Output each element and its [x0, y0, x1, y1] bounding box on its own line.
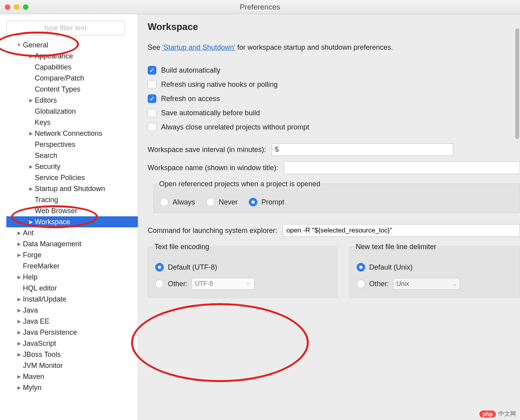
refresh-native-row[interactable]: Refresh using native hooks or polling — [148, 80, 520, 89]
disclosure-right-icon[interactable]: ▶ — [16, 382, 22, 393]
tree-item-label: Java — [23, 305, 38, 316]
open-ref-prompt-label: Prompt — [261, 198, 284, 206]
save-before-build-label: Save automatically before build — [161, 109, 260, 117]
tree-item[interactable]: ▶Compare/Patch — [6, 73, 130, 84]
refresh-access-label: Refresh on access — [161, 95, 220, 103]
tree-item[interactable]: ▶Java Persistence — [6, 327, 130, 338]
open-referenced-title: Open referenced projects when a project … — [159, 179, 320, 188]
tree-item[interactable]: ▶Perspectives — [6, 139, 130, 150]
open-ref-always-radio[interactable] — [160, 198, 169, 206]
close-window-icon[interactable] — [5, 4, 10, 10]
disclosure-right-icon[interactable]: ▶ — [16, 272, 22, 283]
tree-item[interactable]: ▶Security — [6, 161, 130, 172]
delim-other-radio[interactable] — [357, 279, 365, 288]
tree-item[interactable]: ▶Workspace — [6, 216, 138, 227]
tree-item[interactable]: ▶Java — [6, 305, 130, 316]
explorer-cmd-input[interactable] — [283, 224, 520, 237]
tree-item[interactable]: ▶JavaScript — [6, 338, 130, 349]
encoding-default[interactable]: Default (UTF-8) — [155, 263, 330, 272]
refresh-access-row[interactable]: Refresh on access — [148, 94, 520, 103]
startup-shutdown-link[interactable]: 'Startup and Shutdown' — [162, 43, 235, 51]
encoding-other[interactable]: Other: UTF-8 ﹀ — [155, 278, 330, 290]
tree-item[interactable]: ▶Network Connections — [6, 128, 130, 139]
tree-item[interactable]: ▶Capabilities — [6, 62, 130, 73]
encoding-default-radio[interactable] — [155, 263, 164, 272]
disclosure-right-icon[interactable]: ▶ — [16, 327, 22, 338]
disclosure-right-icon[interactable]: ▶ — [16, 316, 22, 327]
disclosure-right-icon[interactable]: ▶ — [16, 238, 22, 249]
refresh-access-checkbox[interactable] — [148, 94, 156, 103]
build-automatically-checkbox[interactable] — [148, 66, 156, 75]
tree-item[interactable]: ▶Search — [6, 150, 130, 161]
save-before-build-checkbox[interactable] — [148, 109, 156, 117]
tree-item[interactable]: ▶Maven — [6, 371, 130, 382]
delim-default-label: Default (Unix) — [369, 263, 413, 272]
sidebar-scrollbar[interactable] — [515, 19, 519, 374]
tree-item[interactable]: ▼General — [6, 39, 130, 51]
tree-item[interactable]: ▶Java EE — [6, 316, 130, 327]
tree-item-label: JBoss Tools — [23, 349, 61, 360]
tree-item[interactable]: ▶Service Policies — [6, 172, 130, 183]
disclosure-right-icon[interactable]: ▶ — [16, 338, 22, 349]
disclosure-right-icon[interactable]: ▶ — [28, 128, 34, 139]
tree-item[interactable]: ▶Content Types — [6, 84, 130, 95]
disclosure-right-icon[interactable]: ▶ — [28, 183, 34, 194]
minimize-window-icon[interactable] — [14, 4, 19, 10]
tree-item[interactable]: ▶Help — [6, 272, 130, 283]
encoding-other-select[interactable]: UTF-8 ﹀ — [191, 278, 255, 290]
refresh-native-checkbox[interactable] — [148, 80, 156, 89]
tree-item[interactable]: ▶Mylyn — [6, 382, 130, 393]
filter-input[interactable] — [6, 21, 125, 36]
tree-item-label: Search — [35, 150, 57, 161]
save-before-build-row[interactable]: Save automatically before build — [148, 109, 520, 117]
disclosure-right-icon[interactable]: ▶ — [28, 95, 34, 106]
workspace-name-input[interactable] — [284, 161, 520, 174]
tree-item[interactable]: ▶Ant — [6, 227, 130, 238]
disclosure-right-icon[interactable]: ▶ — [28, 216, 34, 227]
disclosure-right-icon[interactable]: ▶ — [16, 294, 22, 305]
tree-item[interactable]: ▶HQL editor — [6, 283, 130, 294]
tree-item[interactable]: ▶Editors — [6, 95, 130, 106]
build-automatically-row[interactable]: Build automatically — [148, 66, 520, 75]
open-ref-never-radio[interactable] — [206, 198, 215, 206]
scrollbar-thumb[interactable] — [515, 28, 519, 139]
tree-item[interactable]: ▶JBoss Tools — [6, 349, 130, 360]
close-unrelated-row[interactable]: Always close unrelated projects without … — [148, 123, 520, 131]
line-delimiter-group: New text file line delimiter Default (Un… — [349, 246, 520, 298]
close-unrelated-checkbox[interactable] — [148, 123, 156, 131]
tree-item[interactable]: ▶FreeMarker — [6, 261, 130, 272]
tree-item[interactable]: ▶Tracing — [6, 194, 130, 205]
tree-item-label: Web Browser — [35, 205, 77, 216]
disclosure-right-icon[interactable]: ▶ — [16, 249, 22, 261]
save-interval-input[interactable] — [272, 143, 453, 156]
tree-item[interactable]: ▶Install/Update — [6, 294, 130, 305]
tree-item[interactable]: ▶Appearance — [6, 51, 130, 62]
delim-default-radio[interactable] — [357, 263, 365, 272]
tree-item[interactable]: ▶Web Browser — [6, 205, 130, 216]
zoom-window-icon[interactable] — [23, 4, 28, 10]
delim-default[interactable]: Default (Unix) — [357, 263, 512, 272]
delim-other[interactable]: Other: Unix ⌄ — [357, 278, 512, 290]
disclosure-right-icon[interactable]: ▶ — [28, 161, 34, 172]
tree-item[interactable]: ▶Startup and Shutdown — [6, 183, 130, 194]
tree-item[interactable]: ▶Data Management — [6, 238, 130, 249]
tree-item[interactable]: ▶Globalization — [6, 106, 130, 117]
disclosure-down-icon[interactable]: ▼ — [16, 39, 22, 51]
disclosure-right-icon[interactable]: ▶ — [16, 371, 22, 382]
open-ref-prompt[interactable]: Prompt — [249, 198, 284, 206]
disclosure-right-icon[interactable]: ▶ — [28, 51, 34, 62]
disclosure-right-icon[interactable]: ▶ — [16, 227, 22, 238]
tree-item-label: Ant — [23, 227, 34, 238]
open-ref-never[interactable]: Never — [206, 198, 238, 206]
tree-item[interactable]: ▶Keys — [6, 117, 130, 128]
encoding-other-radio[interactable] — [155, 279, 164, 288]
disclosure-right-icon[interactable]: ▶ — [16, 349, 22, 360]
tree-item[interactable]: ▶Forge — [6, 249, 130, 261]
open-ref-always[interactable]: Always — [160, 198, 195, 206]
delim-other-select[interactable]: Unix ⌄ — [393, 278, 460, 290]
open-ref-prompt-radio[interactable] — [249, 198, 257, 206]
tree-item[interactable]: ▶JVM Monitor — [6, 360, 130, 371]
disclosure-right-icon[interactable]: ▶ — [16, 305, 22, 316]
encoding-default-label: Default (UTF-8) — [168, 263, 217, 272]
delim-other-label: Other: — [369, 280, 389, 288]
